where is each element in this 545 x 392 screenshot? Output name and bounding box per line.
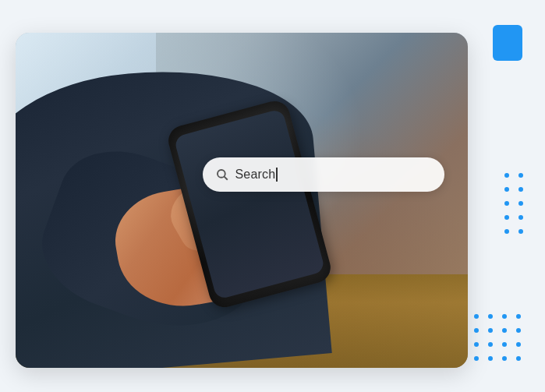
dot bbox=[474, 356, 479, 361]
dot bbox=[516, 314, 521, 319]
accent-square bbox=[493, 25, 522, 61]
dot bbox=[474, 342, 479, 347]
dot bbox=[474, 314, 479, 319]
search-bar[interactable]: Search bbox=[203, 157, 444, 192]
photo-card: Search bbox=[16, 33, 468, 368]
dot bbox=[504, 173, 509, 178]
dot bbox=[502, 314, 507, 319]
dot bbox=[502, 342, 507, 347]
dot bbox=[516, 356, 521, 361]
dot bbox=[488, 342, 493, 347]
search-input-text: Search bbox=[235, 168, 276, 182]
dot bbox=[474, 328, 479, 333]
dot bbox=[488, 314, 493, 319]
svg-point-0 bbox=[218, 170, 225, 178]
dot bbox=[504, 215, 509, 220]
dot bbox=[516, 342, 521, 347]
search-icon bbox=[215, 168, 229, 182]
dots-pattern-bottom bbox=[474, 314, 524, 364]
text-cursor bbox=[276, 168, 278, 182]
dot bbox=[518, 229, 523, 234]
dot bbox=[502, 356, 507, 361]
svg-line-1 bbox=[224, 176, 227, 179]
dot bbox=[504, 201, 509, 206]
scene: Search bbox=[16, 17, 530, 376]
dot bbox=[502, 328, 507, 333]
dot bbox=[488, 356, 493, 361]
dot bbox=[516, 328, 521, 333]
dot bbox=[504, 187, 509, 192]
dot bbox=[518, 173, 523, 178]
dot bbox=[518, 187, 523, 192]
dot bbox=[518, 201, 523, 206]
dot bbox=[518, 215, 523, 220]
dot bbox=[488, 328, 493, 333]
dots-pattern-right bbox=[504, 173, 526, 237]
dot bbox=[504, 229, 509, 234]
